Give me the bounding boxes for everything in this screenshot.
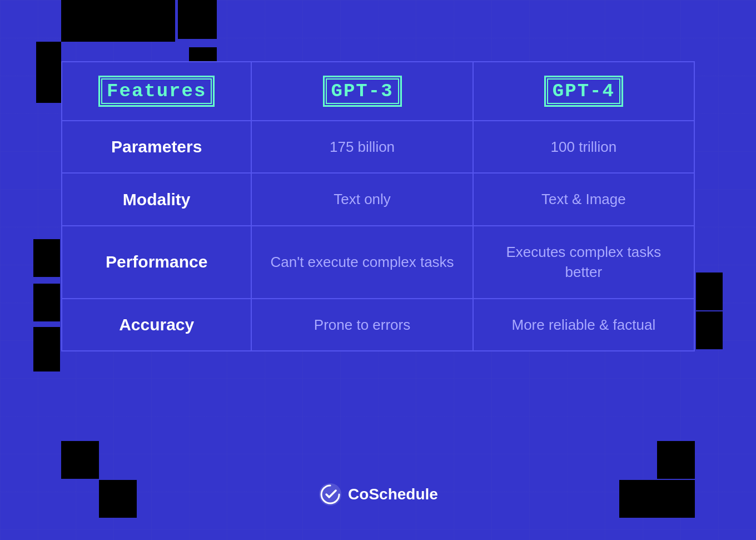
deco-square-3: [36, 42, 61, 103]
gpt3-modality: Text only: [251, 173, 472, 225]
gpt3-parameters: 175 billion: [251, 121, 472, 173]
deco-square-2: [178, 0, 217, 39]
deco-square-1: [61, 0, 175, 42]
gpt4-accuracy: More reliable & factual: [473, 299, 694, 351]
feature-modality: Modality: [62, 173, 251, 225]
gpt4-modality: Text & Image: [473, 173, 694, 225]
table-header-row: Features GPT-3 GPT-4: [62, 62, 694, 121]
deco-square-8: [33, 349, 60, 371]
deco-square-12: [99, 480, 137, 518]
deco-square-10: [696, 311, 723, 349]
coschedule-logo-icon: [318, 482, 342, 507]
feature-parameters: Parameters: [62, 121, 251, 173]
table-container: Features GPT-3 GPT-4 Parameters 175 bill…: [61, 61, 695, 351]
table-row-accuracy: Accuracy Prone to errors More reliable &…: [62, 299, 694, 351]
feature-performance: Performance: [62, 226, 251, 299]
table-row-parameters: Parameters 175 billion 100 trillion: [62, 121, 694, 173]
table-row-modality: Modality Text only Text & Image: [62, 173, 694, 225]
deco-square-14: [619, 480, 657, 518]
gpt3-header-text: GPT-3: [323, 76, 402, 107]
deco-square-11: [61, 441, 99, 479]
gpt4-header-text: GPT-4: [544, 76, 623, 107]
gpt4-parameters: 100 trillion: [473, 121, 694, 173]
gpt3-performance: Can't execute complex tasks: [251, 226, 472, 299]
features-header-text: Features: [98, 76, 215, 107]
svg-point-0: [319, 483, 341, 506]
deco-square-9: [696, 273, 723, 310]
gpt3-accuracy: Prone to errors: [251, 299, 472, 351]
deco-square-6: [33, 284, 60, 321]
header-gpt3: GPT-3: [251, 62, 472, 121]
deco-square-5: [33, 239, 60, 277]
table-row-performance: Performance Can't execute complex tasks …: [62, 226, 694, 299]
feature-accuracy: Accuracy: [62, 299, 251, 351]
gpt4-performance: Executes complex tasks better: [473, 226, 694, 299]
header-features: Features: [62, 62, 251, 121]
deco-square-7: [33, 327, 60, 349]
header-gpt4: GPT-4: [473, 62, 694, 121]
comparison-table: Features GPT-3 GPT-4 Parameters 175 bill…: [61, 61, 695, 351]
logo-text: CoSchedule: [348, 485, 438, 503]
deco-square-15: [657, 480, 695, 518]
logo-area: CoSchedule: [318, 482, 438, 507]
deco-square-13: [657, 441, 695, 479]
